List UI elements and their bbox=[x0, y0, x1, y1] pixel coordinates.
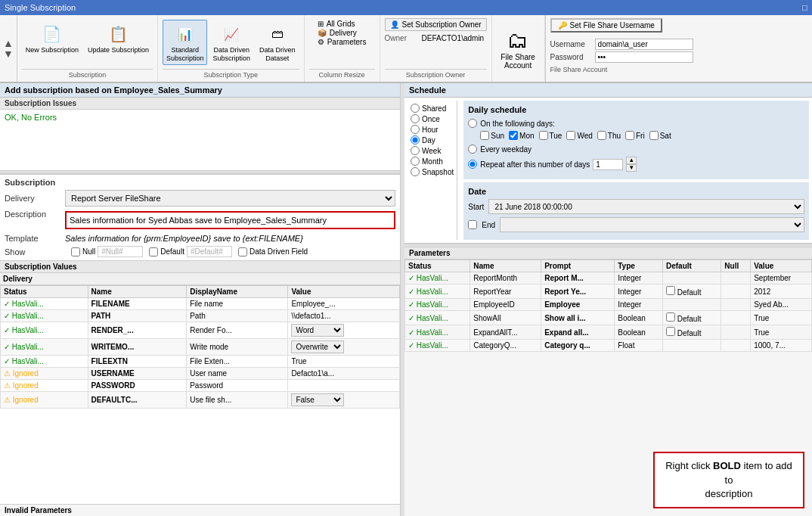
new-subscription-button[interactable]: 📄 New Subscription bbox=[22, 20, 82, 57]
schedule-label-week: Week bbox=[422, 147, 441, 155]
days-row: SunMonTueWedThuFriSat bbox=[480, 131, 804, 140]
nav-up-arrow[interactable]: ▲ bbox=[3, 38, 14, 48]
schedule-radio-hour[interactable] bbox=[411, 125, 420, 134]
delivery-button[interactable]: 📦 Delivery bbox=[318, 29, 357, 37]
table-row[interactable]: ✓ HasVali...ExpandAllT...Expand all...Bo… bbox=[405, 325, 812, 340]
row-value-select[interactable]: Overwrite bbox=[291, 340, 344, 353]
subscription-type-group: 📊 StandardSubscription 📈 Data DrivenSubs… bbox=[158, 15, 305, 82]
day-checkbox-fri[interactable] bbox=[625, 131, 634, 140]
param-status: ✓ HasVali... bbox=[405, 311, 470, 325]
day-item-fri: Fri bbox=[625, 131, 645, 140]
close-icon[interactable]: □ bbox=[802, 3, 807, 12]
end-checkbox[interactable] bbox=[468, 220, 477, 229]
day-checkbox-thu[interactable] bbox=[597, 131, 606, 140]
row-displayname: File name bbox=[187, 298, 288, 310]
data-driven-dataset-button[interactable]: 🗃 Data DrivenDataset bbox=[256, 20, 299, 65]
row-displayname: File Exten... bbox=[187, 356, 288, 368]
table-row[interactable]: ✓ HasVali...EmployeeIDEmployeeIntegerSye… bbox=[405, 299, 812, 311]
schedule-radio-snapshot[interactable] bbox=[411, 167, 420, 176]
table-row[interactable]: ✓ HasVali...FILEEXTNFile Exten...True bbox=[1, 356, 400, 368]
param-null bbox=[721, 340, 751, 352]
data-driven-label: Data Driven Field bbox=[249, 247, 308, 256]
repeat-number-input[interactable] bbox=[593, 159, 623, 170]
default-label: Default bbox=[675, 315, 701, 323]
default-cb[interactable] bbox=[666, 327, 675, 336]
person-icon: 👤 bbox=[390, 20, 399, 29]
all-grids-button[interactable]: ⊞ All Grids bbox=[318, 20, 355, 28]
password-input[interactable] bbox=[595, 51, 693, 63]
subscription-section-label: Subscription bbox=[5, 178, 395, 187]
template-label: Template bbox=[5, 234, 65, 243]
null-checkbox[interactable] bbox=[71, 247, 80, 256]
day-label-mon: Mon bbox=[519, 132, 534, 140]
row-value[interactable]: Overwrite bbox=[288, 339, 400, 356]
day-checkbox-tue[interactable] bbox=[539, 131, 548, 140]
every-weekday-radio-input[interactable] bbox=[468, 145, 477, 154]
spinner-up[interactable]: ▲ bbox=[626, 157, 637, 164]
day-checkbox-sun[interactable] bbox=[480, 131, 489, 140]
table-row[interactable]: ⚠ IgnoredUSERNAMEUser nameDefacto1\a... bbox=[1, 368, 400, 380]
day-label-thu: Thu bbox=[608, 132, 621, 140]
schedule-option-week: Week bbox=[411, 146, 454, 155]
subscription-values-table: Status Name DisplayName Value ✓ HasVali.… bbox=[0, 285, 400, 409]
schedule-radio-month[interactable] bbox=[411, 157, 420, 166]
spinner: ▲ ▼ bbox=[626, 157, 637, 172]
table-row[interactable]: ✓ HasVali...RENDER_...Render Fo...Word bbox=[1, 322, 400, 339]
param-prompt: Report Ye... bbox=[541, 284, 615, 299]
parameters-button[interactable]: ⚙ Parameters bbox=[318, 38, 367, 46]
spinner-down[interactable]: ▼ bbox=[626, 164, 637, 172]
nav-down-arrow[interactable]: ▼ bbox=[3, 48, 14, 59]
issues-resize-handle[interactable] bbox=[0, 170, 400, 174]
repeat-radio-input[interactable] bbox=[468, 160, 477, 169]
schedule-label-hour: Hour bbox=[422, 126, 439, 134]
param-name: CategoryQ... bbox=[470, 340, 541, 352]
parameters-table-container[interactable]: Status Name Prompt Type Default Null Val… bbox=[404, 260, 812, 516]
delivery-select[interactable]: Report Server FileShare bbox=[65, 190, 395, 207]
table-row[interactable]: ✓ HasVali...WRITEMO...Write modeOverwrit… bbox=[1, 339, 400, 356]
table-row[interactable]: ✓ HasVali...ReportMonthReport M...Intege… bbox=[405, 272, 812, 284]
schedule-radio-once[interactable] bbox=[411, 114, 420, 123]
default-cb[interactable] bbox=[666, 286, 675, 295]
default-label: Default bbox=[675, 288, 701, 297]
table-row[interactable]: ✓ HasVali...FILENAMEFile nameEmployee_..… bbox=[1, 298, 400, 310]
table-row[interactable]: ⚠ IgnoredPASSWORDPassword bbox=[1, 380, 400, 392]
show-label: Show bbox=[5, 247, 65, 256]
set-file-share-username-button[interactable]: 🔑 Set File Share Username bbox=[550, 18, 662, 33]
day-checkbox-sat[interactable] bbox=[649, 131, 659, 140]
table-row[interactable]: ⚠ IgnoredDEFAULTC...Use file sh...False bbox=[1, 392, 400, 409]
row-value-select[interactable]: False bbox=[291, 393, 344, 406]
default-cb[interactable] bbox=[666, 312, 675, 322]
table-row[interactable]: ✓ HasVali...PATHPath\\defacto1... bbox=[1, 310, 400, 322]
update-subscription-button[interactable]: 📋 Update Subscription bbox=[84, 20, 153, 57]
schedule-radio-week[interactable] bbox=[411, 146, 420, 155]
end-date-select[interactable] bbox=[500, 217, 804, 232]
set-subscription-owner-button[interactable]: 👤 Set Subscription Owner bbox=[385, 18, 487, 31]
template-block: Template Sales information for {prm:Empl… bbox=[5, 234, 395, 243]
username-input[interactable] bbox=[595, 39, 693, 50]
day-item-mon: Mon bbox=[509, 131, 534, 140]
table-row[interactable]: ✓ HasVali...ShowAllShow all i...Boolean … bbox=[405, 311, 812, 325]
standard-subscription-icon: 📊 bbox=[173, 22, 197, 46]
day-checkbox-wed[interactable] bbox=[566, 131, 575, 140]
param-null bbox=[721, 284, 751, 299]
on-following-days-radio-input[interactable] bbox=[468, 119, 477, 128]
data-driven-subscription-button[interactable]: 📈 Data DrivenSubscription bbox=[209, 20, 254, 65]
standard-subscription-button[interactable]: 📊 StandardSubscription bbox=[163, 20, 208, 65]
table-row[interactable]: ✓ HasVali...ReportYearReport Ye...Intege… bbox=[405, 284, 812, 299]
data-driven-checkbox[interactable] bbox=[238, 247, 247, 256]
row-status: ✓ HasVali... bbox=[1, 310, 88, 322]
param-default: Default bbox=[662, 325, 721, 340]
subscription-values-table-container[interactable]: Status Name DisplayName Value ✓ HasVali.… bbox=[0, 285, 400, 437]
param-value: True bbox=[751, 325, 812, 340]
row-value[interactable]: False bbox=[288, 392, 400, 409]
schedule-radio-shared[interactable] bbox=[411, 104, 420, 113]
schedule-label-snapshot: Snapshot bbox=[422, 168, 454, 176]
table-row[interactable]: ✓ HasVali...CategoryQ...Category q...Flo… bbox=[405, 340, 812, 352]
day-checkbox-mon[interactable] bbox=[509, 131, 518, 140]
row-value-select[interactable]: Word bbox=[291, 324, 344, 337]
row-value[interactable]: Word bbox=[288, 322, 400, 339]
default-checkbox[interactable] bbox=[149, 247, 158, 256]
key-icon: 🔑 bbox=[558, 21, 567, 30]
start-date-select[interactable]: 21 June 2018 00:00:00 bbox=[488, 199, 804, 214]
schedule-radio-day[interactable] bbox=[411, 135, 420, 145]
